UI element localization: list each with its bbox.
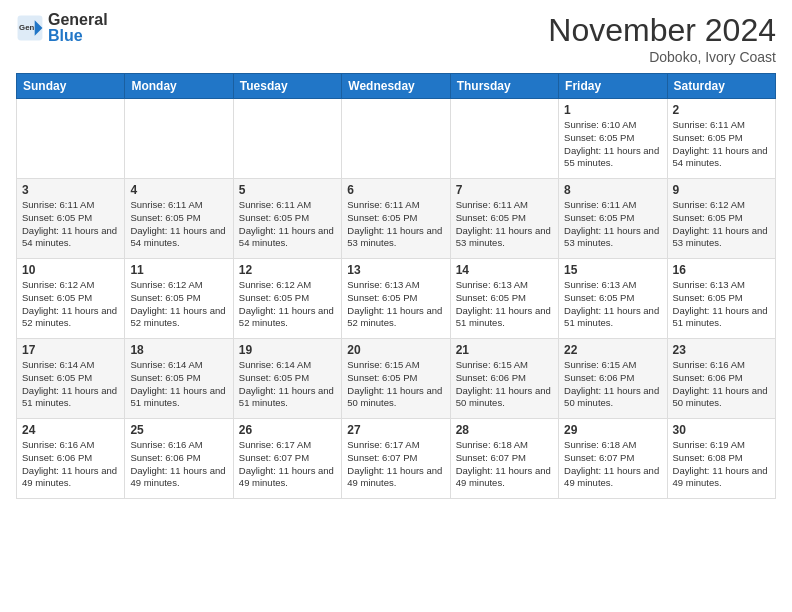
logo-icon: Gen xyxy=(16,14,44,42)
day-info: Sunrise: 6:13 AM Sunset: 6:05 PM Dayligh… xyxy=(456,279,553,330)
day-info: Sunrise: 6:12 AM Sunset: 6:05 PM Dayligh… xyxy=(239,279,336,330)
day-number: 9 xyxy=(673,183,770,197)
week-row-4: 24Sunrise: 6:16 AM Sunset: 6:06 PM Dayli… xyxy=(17,419,776,499)
month-title: November 2024 xyxy=(548,12,776,49)
day-cell-4-0: 24Sunrise: 6:16 AM Sunset: 6:06 PM Dayli… xyxy=(17,419,125,499)
day-cell-1-0: 3Sunrise: 6:11 AM Sunset: 6:05 PM Daylig… xyxy=(17,179,125,259)
day-info: Sunrise: 6:16 AM Sunset: 6:06 PM Dayligh… xyxy=(673,359,770,410)
day-cell-2-5: 15Sunrise: 6:13 AM Sunset: 6:05 PM Dayli… xyxy=(559,259,667,339)
day-cell-4-2: 26Sunrise: 6:17 AM Sunset: 6:07 PM Dayli… xyxy=(233,419,341,499)
day-number: 13 xyxy=(347,263,444,277)
day-number: 17 xyxy=(22,343,119,357)
day-number: 12 xyxy=(239,263,336,277)
col-sunday: Sunday xyxy=(17,74,125,99)
day-number: 24 xyxy=(22,423,119,437)
day-cell-1-2: 5Sunrise: 6:11 AM Sunset: 6:05 PM Daylig… xyxy=(233,179,341,259)
day-info: Sunrise: 6:12 AM Sunset: 6:05 PM Dayligh… xyxy=(673,199,770,250)
day-info: Sunrise: 6:11 AM Sunset: 6:05 PM Dayligh… xyxy=(130,199,227,250)
day-number: 22 xyxy=(564,343,661,357)
day-cell-1-5: 8Sunrise: 6:11 AM Sunset: 6:05 PM Daylig… xyxy=(559,179,667,259)
day-info: Sunrise: 6:14 AM Sunset: 6:05 PM Dayligh… xyxy=(130,359,227,410)
day-number: 10 xyxy=(22,263,119,277)
calendar-header: Sunday Monday Tuesday Wednesday Thursday… xyxy=(17,74,776,99)
col-wednesday: Wednesday xyxy=(342,74,450,99)
header-row: Sunday Monday Tuesday Wednesday Thursday… xyxy=(17,74,776,99)
location: Doboko, Ivory Coast xyxy=(548,49,776,65)
day-cell-4-1: 25Sunrise: 6:16 AM Sunset: 6:06 PM Dayli… xyxy=(125,419,233,499)
day-number: 16 xyxy=(673,263,770,277)
week-row-1: 3Sunrise: 6:11 AM Sunset: 6:05 PM Daylig… xyxy=(17,179,776,259)
title-area: November 2024 Doboko, Ivory Coast xyxy=(548,12,776,65)
week-row-0: 1Sunrise: 6:10 AM Sunset: 6:05 PM Daylig… xyxy=(17,99,776,179)
day-number: 15 xyxy=(564,263,661,277)
day-info: Sunrise: 6:10 AM Sunset: 6:05 PM Dayligh… xyxy=(564,119,661,170)
day-info: Sunrise: 6:18 AM Sunset: 6:07 PM Dayligh… xyxy=(564,439,661,490)
day-number: 6 xyxy=(347,183,444,197)
day-number: 18 xyxy=(130,343,227,357)
day-number: 8 xyxy=(564,183,661,197)
col-tuesday: Tuesday xyxy=(233,74,341,99)
day-cell-2-3: 13Sunrise: 6:13 AM Sunset: 6:05 PM Dayli… xyxy=(342,259,450,339)
day-cell-2-4: 14Sunrise: 6:13 AM Sunset: 6:05 PM Dayli… xyxy=(450,259,558,339)
day-cell-0-6: 2Sunrise: 6:11 AM Sunset: 6:05 PM Daylig… xyxy=(667,99,775,179)
col-friday: Friday xyxy=(559,74,667,99)
day-info: Sunrise: 6:11 AM Sunset: 6:05 PM Dayligh… xyxy=(22,199,119,250)
day-info: Sunrise: 6:13 AM Sunset: 6:05 PM Dayligh… xyxy=(564,279,661,330)
col-monday: Monday xyxy=(125,74,233,99)
day-info: Sunrise: 6:13 AM Sunset: 6:05 PM Dayligh… xyxy=(673,279,770,330)
day-number: 28 xyxy=(456,423,553,437)
day-info: Sunrise: 6:11 AM Sunset: 6:05 PM Dayligh… xyxy=(456,199,553,250)
day-cell-4-6: 30Sunrise: 6:19 AM Sunset: 6:08 PM Dayli… xyxy=(667,419,775,499)
day-info: Sunrise: 6:13 AM Sunset: 6:05 PM Dayligh… xyxy=(347,279,444,330)
day-cell-3-3: 20Sunrise: 6:15 AM Sunset: 6:05 PM Dayli… xyxy=(342,339,450,419)
day-cell-2-0: 10Sunrise: 6:12 AM Sunset: 6:05 PM Dayli… xyxy=(17,259,125,339)
day-info: Sunrise: 6:14 AM Sunset: 6:05 PM Dayligh… xyxy=(239,359,336,410)
day-number: 4 xyxy=(130,183,227,197)
day-info: Sunrise: 6:17 AM Sunset: 6:07 PM Dayligh… xyxy=(239,439,336,490)
day-cell-3-0: 17Sunrise: 6:14 AM Sunset: 6:05 PM Dayli… xyxy=(17,339,125,419)
day-cell-4-4: 28Sunrise: 6:18 AM Sunset: 6:07 PM Dayli… xyxy=(450,419,558,499)
day-cell-0-3 xyxy=(342,99,450,179)
day-cell-1-4: 7Sunrise: 6:11 AM Sunset: 6:05 PM Daylig… xyxy=(450,179,558,259)
calendar: Sunday Monday Tuesday Wednesday Thursday… xyxy=(16,73,776,499)
day-info: Sunrise: 6:19 AM Sunset: 6:08 PM Dayligh… xyxy=(673,439,770,490)
day-info: Sunrise: 6:15 AM Sunset: 6:06 PM Dayligh… xyxy=(456,359,553,410)
day-cell-2-2: 12Sunrise: 6:12 AM Sunset: 6:05 PM Dayli… xyxy=(233,259,341,339)
day-cell-1-3: 6Sunrise: 6:11 AM Sunset: 6:05 PM Daylig… xyxy=(342,179,450,259)
day-cell-2-1: 11Sunrise: 6:12 AM Sunset: 6:05 PM Dayli… xyxy=(125,259,233,339)
day-number: 25 xyxy=(130,423,227,437)
day-number: 30 xyxy=(673,423,770,437)
day-cell-4-3: 27Sunrise: 6:17 AM Sunset: 6:07 PM Dayli… xyxy=(342,419,450,499)
day-info: Sunrise: 6:11 AM Sunset: 6:05 PM Dayligh… xyxy=(239,199,336,250)
day-number: 20 xyxy=(347,343,444,357)
day-info: Sunrise: 6:15 AM Sunset: 6:06 PM Dayligh… xyxy=(564,359,661,410)
day-number: 14 xyxy=(456,263,553,277)
day-cell-3-1: 18Sunrise: 6:14 AM Sunset: 6:05 PM Dayli… xyxy=(125,339,233,419)
day-number: 19 xyxy=(239,343,336,357)
day-info: Sunrise: 6:16 AM Sunset: 6:06 PM Dayligh… xyxy=(130,439,227,490)
day-number: 29 xyxy=(564,423,661,437)
logo-text: General Blue xyxy=(48,12,108,44)
day-cell-0-0 xyxy=(17,99,125,179)
col-saturday: Saturday xyxy=(667,74,775,99)
day-cell-1-6: 9Sunrise: 6:12 AM Sunset: 6:05 PM Daylig… xyxy=(667,179,775,259)
day-info: Sunrise: 6:12 AM Sunset: 6:05 PM Dayligh… xyxy=(130,279,227,330)
day-number: 7 xyxy=(456,183,553,197)
header: Gen General Blue November 2024 Doboko, I… xyxy=(16,12,776,65)
day-info: Sunrise: 6:14 AM Sunset: 6:05 PM Dayligh… xyxy=(22,359,119,410)
logo-blue-text: Blue xyxy=(48,28,108,44)
day-number: 3 xyxy=(22,183,119,197)
col-thursday: Thursday xyxy=(450,74,558,99)
day-number: 23 xyxy=(673,343,770,357)
day-number: 11 xyxy=(130,263,227,277)
day-cell-3-6: 23Sunrise: 6:16 AM Sunset: 6:06 PM Dayli… xyxy=(667,339,775,419)
day-cell-3-2: 19Sunrise: 6:14 AM Sunset: 6:05 PM Dayli… xyxy=(233,339,341,419)
day-cell-0-4 xyxy=(450,99,558,179)
day-number: 26 xyxy=(239,423,336,437)
day-cell-4-5: 29Sunrise: 6:18 AM Sunset: 6:07 PM Dayli… xyxy=(559,419,667,499)
day-info: Sunrise: 6:17 AM Sunset: 6:07 PM Dayligh… xyxy=(347,439,444,490)
week-row-2: 10Sunrise: 6:12 AM Sunset: 6:05 PM Dayli… xyxy=(17,259,776,339)
day-number: 27 xyxy=(347,423,444,437)
day-cell-3-4: 21Sunrise: 6:15 AM Sunset: 6:06 PM Dayli… xyxy=(450,339,558,419)
day-info: Sunrise: 6:11 AM Sunset: 6:05 PM Dayligh… xyxy=(564,199,661,250)
